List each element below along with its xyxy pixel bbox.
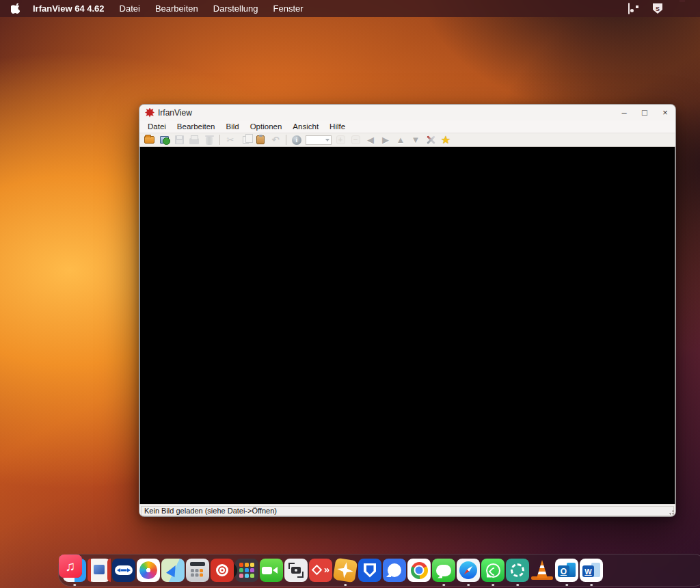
resize-grip[interactable] [668,509,674,515]
dock-teamviewer[interactable] [112,559,135,582]
menu-optionen[interactable]: Optionen [245,122,288,131]
menu-bearbeiten[interactable]: Bearbeiten [172,122,221,131]
shield-shape: S [653,3,662,14]
scissors-icon: ✂ [227,135,234,145]
dock-calculator[interactable] [186,559,209,582]
previous-image-button[interactable]: ◀ [364,134,377,146]
macos-menu-bar: IrfanView 64 4.62 Datei Bearbeiten Darst… [0,0,700,17]
macos-menu-bearbeiten[interactable]: Bearbeiten [155,3,198,14]
icon-art [457,559,480,582]
minimize-button[interactable]: – [614,105,634,120]
print-icon [189,138,199,144]
macos-menu-datei[interactable]: Datei [120,3,140,14]
zoom-in-button[interactable]: + [334,134,347,146]
copy-button[interactable] [239,134,252,146]
image-info-button[interactable]: i [291,134,303,146]
window-title: IrfanView [158,108,192,118]
irfanview-app-icon [145,108,154,118]
close-button[interactable]: × [655,105,675,120]
running-indicator [516,584,519,587]
dock-sync-app[interactable] [506,559,529,582]
dock-messages[interactable] [432,559,455,582]
maximize-button[interactable]: □ [634,105,655,120]
screen-mirroring-status-icon[interactable] [677,3,689,14]
delete-button[interactable] [203,134,215,146]
dock-gold-star-app[interactable] [334,559,357,582]
icon-art [235,559,258,582]
dock-facetime[interactable] [260,559,283,582]
icon-art [161,559,185,582]
icon-art [112,559,135,582]
dock-safari[interactable] [457,559,480,582]
print-button[interactable] [188,134,200,146]
undo-icon: ↶ [272,135,280,145]
star-icon: ★ [441,135,450,146]
slideshow-button[interactable] [158,134,170,146]
running-indicator [492,584,494,587]
paste-button[interactable] [254,134,267,146]
dock-vinyl-record-app[interactable] [211,559,234,582]
running-indicator [344,584,347,587]
icon-art [383,559,406,582]
copy-icon [243,136,249,144]
zoom-out-button[interactable]: − [349,134,362,146]
chevrons-glyph: » [324,563,329,575]
menu-hilfe[interactable]: Hilfe [324,122,351,131]
desktop: IrfanView 64 4.62 Datei Bearbeiten Darst… [0,0,700,588]
dock-outlook[interactable]: O [555,559,578,582]
icon-art [284,559,308,582]
dock-word[interactable]: W [580,559,603,582]
apple-logo-icon [11,3,20,14]
screen-record-status-icon[interactable] [628,3,640,14]
dock-launchpad[interactable] [235,559,258,582]
zoom-out-icon: − [351,135,360,144]
favorites-button[interactable]: ★ [440,134,452,146]
open-folder-icon [144,136,154,144]
tools-button[interactable] [425,134,437,146]
open-button[interactable] [143,134,155,146]
shield-s-status-icon[interactable]: S [653,3,664,14]
first-image-button[interactable]: ▲ [394,134,407,146]
slideshow-icon [160,136,169,144]
running-indicator [590,584,593,587]
macos-menu-fenster[interactable]: Fenster [273,3,304,14]
apple-menu-icon[interactable] [10,3,21,14]
next-image-button[interactable]: ▶ [379,134,392,146]
icon-art [506,559,529,582]
arrow-right-icon: ▶ [382,135,389,145]
dock-maps[interactable] [161,559,185,582]
menu-datei[interactable]: Datei [142,122,172,131]
last-image-button[interactable]: ▼ [409,134,422,146]
word-letter: W [582,565,594,577]
save-icon [175,135,184,144]
zoom-level-select[interactable] [306,135,332,145]
dock-image-viewer-app[interactable] [88,559,111,582]
dock-whatsapp[interactable] [481,559,504,582]
dock-vlc[interactable] [530,559,554,582]
save-button[interactable] [173,134,185,146]
record-badge-shape [628,3,630,14]
window-title-bar[interactable]: IrfanView – □ × [139,105,675,120]
running-indicator [467,584,470,587]
menu-bild[interactable]: Bild [220,122,244,131]
dock-anydesk[interactable]: » [309,559,332,582]
macos-menu-darstellung[interactable]: Darstellung [213,3,258,14]
dock-signal[interactable] [383,559,406,582]
dock-screenshot-app[interactable] [284,559,308,582]
image-canvas [139,147,675,504]
running-indicator [73,584,76,587]
icon-art [432,559,455,582]
icon-art [260,559,283,582]
menu-ansicht[interactable]: Ansicht [287,122,324,131]
dock-chrome[interactable] [407,559,431,582]
dock-bitwarden[interactable] [358,559,381,582]
active-app-name[interactable]: IrfanView 64 4.62 [33,3,105,14]
icon-art [481,559,504,582]
cut-button[interactable]: ✂ [224,134,237,146]
irfanview-window: IrfanView – □ × Datei Bearbeiten Bild Op… [139,104,676,517]
window-menu-bar: Datei Bearbeiten Bild Optionen Ansicht H… [139,120,675,133]
dock-apple-music[interactable]: ♫ [59,554,82,578]
undo-button[interactable]: ↶ [269,134,282,146]
arrow-up-icon: ▲ [396,135,405,145]
dock-photos[interactable] [137,559,160,582]
